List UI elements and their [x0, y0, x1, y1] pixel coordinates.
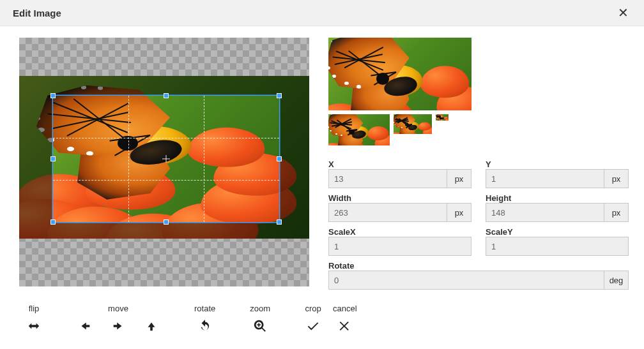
rotate-ccw-icon[interactable]: [197, 318, 213, 334]
crop-handle-nw[interactable]: [50, 93, 56, 98]
crop-box[interactable]: [52, 95, 280, 223]
crop-handle-w[interactable]: [50, 156, 56, 161]
crop-mask: [19, 223, 309, 239]
crop-handle-sw[interactable]: [50, 219, 56, 225]
grid-line: [53, 180, 279, 181]
crop-handle-ne[interactable]: [277, 93, 282, 98]
image-canvas[interactable]: [19, 38, 309, 286]
scalex-input[interactable]: [329, 237, 471, 255]
rotate-unit: deg: [604, 271, 628, 289]
dialog-title: Edit Image: [13, 8, 61, 19]
flip-label: flip: [29, 304, 40, 313]
preview-tiny: [436, 114, 448, 121]
close-icon[interactable]: ✕: [615, 6, 631, 19]
grid-line: [53, 138, 279, 138]
flip-horizontal-icon[interactable]: [26, 318, 42, 334]
width-field: px: [328, 203, 471, 222]
crop-handle-n[interactable]: [164, 93, 169, 98]
preview-panel: [328, 38, 482, 145]
arrow-up-icon[interactable]: [143, 318, 160, 334]
crop-handle-se[interactable]: [277, 219, 282, 225]
check-icon[interactable]: [305, 318, 321, 334]
x-input[interactable]: [329, 170, 447, 188]
height-label: Height: [486, 193, 629, 203]
cancel-icon[interactable]: [337, 318, 353, 334]
y-unit: px: [604, 170, 628, 188]
scaley-label: ScaleY: [486, 227, 629, 237]
x-field: px: [328, 169, 471, 188]
rotate-tool-label: rotate: [194, 304, 215, 313]
preview-large: [328, 38, 471, 110]
height-field: px: [486, 203, 629, 222]
y-input[interactable]: [486, 170, 604, 188]
crop-handle-e[interactable]: [277, 156, 282, 161]
height-input[interactable]: [486, 204, 604, 221]
crop-mask: [19, 76, 309, 95]
x-unit: px: [447, 170, 471, 188]
y-field: px: [486, 169, 629, 188]
crop-handle-s[interactable]: [164, 219, 169, 225]
y-label: Y: [486, 160, 629, 169]
grid-line: [204, 96, 204, 222]
scalex-field: [328, 237, 471, 256]
scalex-label: ScaleX: [328, 227, 471, 237]
height-unit: px: [604, 204, 628, 221]
scaley-input[interactable]: [486, 237, 628, 255]
width-unit: px: [447, 204, 471, 221]
crop-label: crop: [305, 304, 321, 313]
zoom-in-icon[interactable]: [252, 318, 268, 334]
arrow-right-icon[interactable]: [110, 318, 126, 334]
toolbar: flip move rotate: [0, 290, 644, 341]
scaley-field: [486, 237, 629, 256]
crop-mask: [280, 95, 309, 223]
zoom-label: zoom: [250, 304, 270, 313]
cancel-label: cancel: [333, 304, 357, 313]
image-area: [19, 76, 309, 239]
width-label: Width: [328, 193, 471, 203]
rotate-input[interactable]: [329, 271, 604, 289]
move-label: move: [108, 304, 128, 313]
dialog-header: Edit Image ✕: [0, 0, 644, 26]
rotate-label: Rotate: [328, 261, 629, 271]
crop-mask: [19, 95, 52, 223]
rotate-field: deg: [328, 271, 629, 290]
x-label: X: [328, 160, 471, 169]
preview-small: [394, 114, 432, 134]
arrow-left-icon[interactable]: [77, 318, 93, 334]
crop-properties: X px Y px Width px: [328, 157, 482, 290]
width-input[interactable]: [329, 204, 447, 221]
preview-medium: [328, 114, 390, 145]
grid-line: [128, 96, 129, 222]
crop-center-icon: [162, 155, 170, 163]
